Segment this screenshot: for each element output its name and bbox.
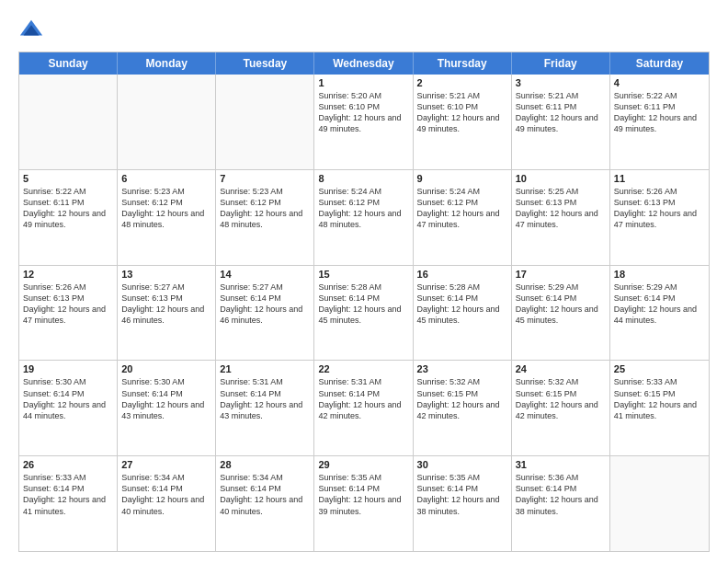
- day-cell-2: 2Sunrise: 5:21 AM Sunset: 6:10 PM Daylig…: [414, 75, 512, 169]
- day-number: 6: [121, 173, 211, 184]
- day-cell-3: 3Sunrise: 5:21 AM Sunset: 6:11 PM Daylig…: [512, 75, 610, 169]
- day-number: 22: [318, 363, 408, 374]
- day-info: Sunrise: 5:31 AM Sunset: 6:14 PM Dayligh…: [318, 376, 408, 421]
- day-cell-5: 5Sunrise: 5:22 AM Sunset: 6:11 PM Daylig…: [19, 170, 118, 265]
- header-day-tuesday: Tuesday: [216, 52, 314, 75]
- day-info: Sunrise: 5:26 AM Sunset: 6:13 PM Dayligh…: [23, 282, 113, 327]
- day-info: Sunrise: 5:21 AM Sunset: 6:10 PM Dayligh…: [417, 90, 507, 135]
- day-info: Sunrise: 5:33 AM Sunset: 6:14 PM Dayligh…: [23, 472, 113, 517]
- page-header: [18, 17, 710, 42]
- logo: [18, 17, 48, 42]
- day-cell-29: 29Sunrise: 5:35 AM Sunset: 6:14 PM Dayli…: [314, 456, 413, 551]
- day-cell-18: 18Sunrise: 5:29 AM Sunset: 6:14 PM Dayli…: [610, 266, 709, 361]
- day-info: Sunrise: 5:31 AM Sunset: 6:14 PM Dayligh…: [220, 376, 310, 421]
- day-cell-7: 7Sunrise: 5:23 AM Sunset: 6:12 PM Daylig…: [216, 170, 314, 265]
- day-info: Sunrise: 5:33 AM Sunset: 6:15 PM Dayligh…: [614, 376, 705, 421]
- day-cell-22: 22Sunrise: 5:31 AM Sunset: 6:14 PM Dayli…: [314, 361, 413, 455]
- day-info: Sunrise: 5:29 AM Sunset: 6:14 PM Dayligh…: [614, 282, 705, 327]
- day-cell-19: 19Sunrise: 5:30 AM Sunset: 6:14 PM Dayli…: [19, 361, 118, 455]
- day-info: Sunrise: 5:27 AM Sunset: 6:13 PM Dayligh…: [121, 282, 211, 327]
- day-info: Sunrise: 5:24 AM Sunset: 6:12 PM Dayligh…: [417, 186, 507, 231]
- day-number: 18: [614, 269, 705, 280]
- day-info: Sunrise: 5:35 AM Sunset: 6:14 PM Dayligh…: [417, 472, 507, 517]
- day-info: Sunrise: 5:35 AM Sunset: 6:14 PM Dayligh…: [318, 472, 408, 517]
- day-info: Sunrise: 5:20 AM Sunset: 6:10 PM Dayligh…: [318, 90, 408, 135]
- day-info: Sunrise: 5:26 AM Sunset: 6:13 PM Dayligh…: [614, 186, 705, 231]
- day-number: 19: [23, 363, 113, 374]
- day-info: Sunrise: 5:28 AM Sunset: 6:14 PM Dayligh…: [318, 282, 408, 327]
- empty-cell: [610, 456, 709, 551]
- day-cell-30: 30Sunrise: 5:35 AM Sunset: 6:14 PM Dayli…: [414, 456, 512, 551]
- day-number: 13: [121, 269, 211, 280]
- day-info: Sunrise: 5:21 AM Sunset: 6:11 PM Dayligh…: [516, 90, 606, 135]
- day-cell-15: 15Sunrise: 5:28 AM Sunset: 6:14 PM Dayli…: [314, 266, 413, 361]
- day-number: 27: [121, 459, 211, 470]
- empty-cell: [118, 75, 216, 169]
- day-info: Sunrise: 5:36 AM Sunset: 6:14 PM Dayligh…: [516, 472, 606, 517]
- day-number: 25: [614, 363, 705, 374]
- day-info: Sunrise: 5:23 AM Sunset: 6:12 PM Dayligh…: [121, 186, 211, 231]
- header-day-friday: Friday: [512, 52, 610, 75]
- calendar-body: 1Sunrise: 5:20 AM Sunset: 6:10 PM Daylig…: [19, 75, 709, 551]
- day-info: Sunrise: 5:34 AM Sunset: 6:14 PM Dayligh…: [220, 472, 310, 517]
- day-cell-14: 14Sunrise: 5:27 AM Sunset: 6:14 PM Dayli…: [216, 266, 314, 361]
- day-cell-1: 1Sunrise: 5:20 AM Sunset: 6:10 PM Daylig…: [314, 75, 413, 169]
- day-number: 5: [23, 173, 113, 184]
- calendar-row-5: 26Sunrise: 5:33 AM Sunset: 6:14 PM Dayli…: [19, 456, 709, 551]
- day-info: Sunrise: 5:32 AM Sunset: 6:15 PM Dayligh…: [516, 376, 606, 421]
- header-day-monday: Monday: [118, 52, 216, 75]
- day-info: Sunrise: 5:27 AM Sunset: 6:14 PM Dayligh…: [220, 282, 310, 327]
- day-number: 7: [220, 173, 310, 184]
- day-cell-20: 20Sunrise: 5:30 AM Sunset: 6:14 PM Dayli…: [118, 361, 216, 455]
- day-number: 15: [318, 269, 408, 280]
- day-cell-13: 13Sunrise: 5:27 AM Sunset: 6:13 PM Dayli…: [118, 266, 216, 361]
- day-info: Sunrise: 5:24 AM Sunset: 6:12 PM Dayligh…: [318, 186, 408, 231]
- day-cell-6: 6Sunrise: 5:23 AM Sunset: 6:12 PM Daylig…: [118, 170, 216, 265]
- day-number: 28: [220, 459, 310, 470]
- day-number: 1: [318, 77, 408, 88]
- calendar-row-3: 12Sunrise: 5:26 AM Sunset: 6:13 PM Dayli…: [19, 266, 709, 362]
- day-number: 3: [516, 77, 606, 88]
- day-cell-10: 10Sunrise: 5:25 AM Sunset: 6:13 PM Dayli…: [512, 170, 610, 265]
- header-day-sunday: Sunday: [19, 52, 118, 75]
- day-info: Sunrise: 5:28 AM Sunset: 6:14 PM Dayligh…: [417, 282, 507, 327]
- day-info: Sunrise: 5:29 AM Sunset: 6:14 PM Dayligh…: [516, 282, 606, 327]
- calendar-row-2: 5Sunrise: 5:22 AM Sunset: 6:11 PM Daylig…: [19, 170, 709, 266]
- day-cell-31: 31Sunrise: 5:36 AM Sunset: 6:14 PM Dayli…: [512, 456, 610, 551]
- calendar-row-4: 19Sunrise: 5:30 AM Sunset: 6:14 PM Dayli…: [19, 361, 709, 456]
- logo-icon: [18, 17, 44, 42]
- day-number: 23: [417, 363, 507, 374]
- day-number: 2: [417, 77, 507, 88]
- day-cell-25: 25Sunrise: 5:33 AM Sunset: 6:15 PM Dayli…: [610, 361, 709, 455]
- day-cell-9: 9Sunrise: 5:24 AM Sunset: 6:12 PM Daylig…: [414, 170, 512, 265]
- day-number: 12: [23, 269, 113, 280]
- day-cell-12: 12Sunrise: 5:26 AM Sunset: 6:13 PM Dayli…: [19, 266, 118, 361]
- day-cell-28: 28Sunrise: 5:34 AM Sunset: 6:14 PM Dayli…: [216, 456, 314, 551]
- empty-cell: [19, 75, 118, 169]
- header-day-wednesday: Wednesday: [314, 52, 413, 75]
- day-number: 16: [417, 269, 507, 280]
- day-number: 21: [220, 363, 310, 374]
- header-day-thursday: Thursday: [414, 52, 512, 75]
- day-number: 10: [516, 173, 606, 184]
- day-info: Sunrise: 5:25 AM Sunset: 6:13 PM Dayligh…: [516, 186, 606, 231]
- day-cell-4: 4Sunrise: 5:22 AM Sunset: 6:11 PM Daylig…: [610, 75, 709, 169]
- day-cell-17: 17Sunrise: 5:29 AM Sunset: 6:14 PM Dayli…: [512, 266, 610, 361]
- day-cell-21: 21Sunrise: 5:31 AM Sunset: 6:14 PM Dayli…: [216, 361, 314, 455]
- header-day-saturday: Saturday: [610, 52, 709, 75]
- day-info: Sunrise: 5:22 AM Sunset: 6:11 PM Dayligh…: [23, 186, 113, 231]
- day-number: 9: [417, 173, 507, 184]
- day-info: Sunrise: 5:30 AM Sunset: 6:14 PM Dayligh…: [121, 376, 211, 421]
- day-number: 26: [23, 459, 113, 470]
- day-number: 8: [318, 173, 408, 184]
- day-number: 4: [614, 77, 705, 88]
- day-info: Sunrise: 5:30 AM Sunset: 6:14 PM Dayligh…: [23, 376, 113, 421]
- day-number: 11: [614, 173, 705, 184]
- day-cell-8: 8Sunrise: 5:24 AM Sunset: 6:12 PM Daylig…: [314, 170, 413, 265]
- day-cell-27: 27Sunrise: 5:34 AM Sunset: 6:14 PM Dayli…: [118, 456, 216, 551]
- calendar-row-1: 1Sunrise: 5:20 AM Sunset: 6:10 PM Daylig…: [19, 75, 709, 170]
- calendar-header: SundayMondayTuesdayWednesdayThursdayFrid…: [19, 52, 709, 75]
- day-cell-26: 26Sunrise: 5:33 AM Sunset: 6:14 PM Dayli…: [19, 456, 118, 551]
- day-number: 14: [220, 269, 310, 280]
- day-cell-24: 24Sunrise: 5:32 AM Sunset: 6:15 PM Dayli…: [512, 361, 610, 455]
